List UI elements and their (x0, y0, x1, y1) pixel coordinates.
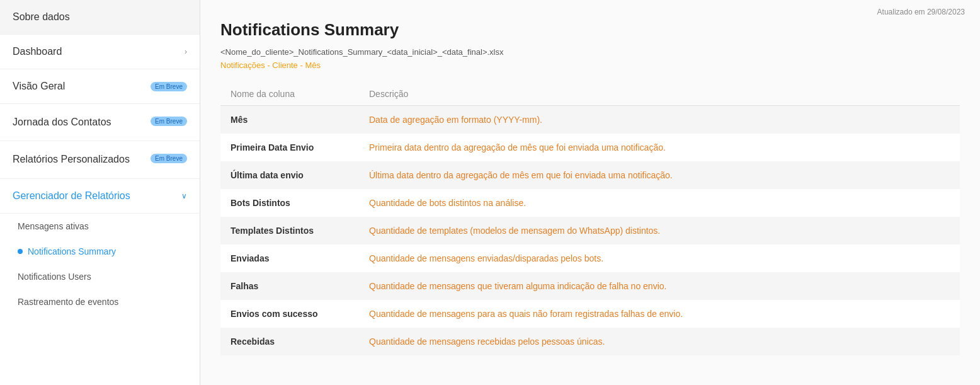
column-name-cell: Envios com sucesso (220, 300, 359, 328)
sidebar-sub-item-label: Notifications Users (18, 272, 91, 282)
sidebar-item-label: Visão Geral (13, 81, 65, 92)
sidebar-item-label: Relatórios Personalizados (13, 152, 130, 166)
column-name-cell: Recebidas (220, 328, 359, 355)
column-description-cell: Quantidade de mensagens para as quais nã… (359, 300, 960, 328)
column-description-cell: Primeira data dentro da agregação de mês… (359, 134, 960, 161)
sidebar-sub-item-rastreamento-eventos[interactable]: Rastreamento de eventos (0, 289, 200, 314)
column-name-cell: Templates Distintos (220, 217, 359, 244)
column-name-cell: Enviadas (220, 244, 359, 272)
column-name-cell: Falhas (220, 272, 359, 300)
chevron-right-icon: › (185, 47, 187, 56)
table-row: FalhasQuantidade de mensagens que tivera… (220, 272, 960, 300)
table-row: Primeira Data EnvioPrimeira data dentro … (220, 134, 960, 161)
sidebar-sub-item-label: Rastreamento de eventos (18, 297, 118, 307)
sidebar-sub-item-notifications-users[interactable]: Notifications Users (0, 264, 200, 289)
update-date: Atualizado em 29/08/2023 (877, 8, 965, 16)
column-description-cell: Data de agregação em formato (YYYY-mm). (359, 106, 960, 134)
table-row: Bots DistintosQuantidade de bots distint… (220, 189, 960, 217)
sidebar-item-label: Sobre dados (13, 11, 70, 23)
column-name-cell: Bots Distintos (220, 189, 359, 217)
main-content: Atualizado em 29/08/2023 Notifications S… (200, 0, 980, 385)
sidebar: Sobre dados Dashboard › Visão Geral Em B… (0, 0, 200, 385)
column-description-cell: Quantidade de bots distintos na análise. (359, 189, 960, 217)
column-description-cell: Quantidade de mensagens que tiveram algu… (359, 272, 960, 300)
column-description-cell: Quantidade de templates (modelos de mens… (359, 217, 960, 244)
em-breve-badge: Em Breve (151, 82, 187, 91)
col-header-description: Descrição (359, 83, 960, 106)
sidebar-item-relatorios-personalizados[interactable]: Relatórios Personalizados Em Breve (0, 141, 200, 178)
em-breve-badge: Em Breve (151, 154, 187, 163)
columns-table: Nome da coluna Descrição MêsData de agre… (220, 83, 960, 355)
table-row: RecebidasQuantidade de mensagens recebid… (220, 328, 960, 355)
column-name-cell: Primeira Data Envio (220, 134, 359, 161)
sidebar-item-label: Dashboard (13, 46, 62, 57)
page-title: Notifications Summary (220, 20, 960, 40)
column-description-cell: Quantidade de mensagens enviadas/dispara… (359, 244, 960, 272)
column-description-cell: Última data dentro da agregação de mês e… (359, 161, 960, 189)
sidebar-item-visao-geral[interactable]: Visão Geral Em Breve (0, 69, 200, 104)
table-row: Envios com sucessoQuantidade de mensagen… (220, 300, 960, 328)
active-dot-icon (18, 249, 23, 254)
sidebar-sub-item-mensagens-ativas[interactable]: Mensagens ativas (0, 214, 200, 239)
sidebar-sub-item-label: Notifications Summary (28, 246, 116, 256)
sidebar-item-label: Jornada dos Contatos (13, 115, 111, 129)
em-breve-badge: Em Breve (151, 117, 187, 126)
column-name-cell: Última data envio (220, 161, 359, 189)
sidebar-sub-item-notifications-summary[interactable]: Notifications Summary (0, 239, 200, 264)
sidebar-item-dashboard[interactable]: Dashboard › (0, 35, 200, 69)
sidebar-item-jornada-contatos[interactable]: Jornada dos Contatos Em Breve (0, 104, 200, 141)
table-row: MêsData de agregação em formato (YYYY-mm… (220, 106, 960, 134)
column-description-cell: Quantidade de mensagens recebidas pelos … (359, 328, 960, 355)
table-row: Templates DistintosQuantidade de templat… (220, 217, 960, 244)
column-name-cell: Mês (220, 106, 359, 134)
table-row: EnviadasQuantidade de mensagens enviadas… (220, 244, 960, 272)
sidebar-sub-item-label: Mensagens ativas (18, 221, 89, 231)
breadcrumb: Notificações - Cliente - Mês (220, 60, 960, 70)
file-name: <Nome_do_cliente>_Notifications_Summary_… (220, 47, 960, 57)
sidebar-item-gerenciador-relatorios[interactable]: Gerenciador de Relatórios ∨ (0, 179, 200, 214)
table-row: Última data envioÚltima data dentro da a… (220, 161, 960, 189)
sidebar-item-label: Gerenciador de Relatórios (13, 190, 130, 202)
sidebar-item-sobre-dados[interactable]: Sobre dados (0, 0, 200, 35)
chevron-down-icon: ∨ (181, 192, 187, 200)
col-header-name: Nome da coluna (220, 83, 359, 106)
